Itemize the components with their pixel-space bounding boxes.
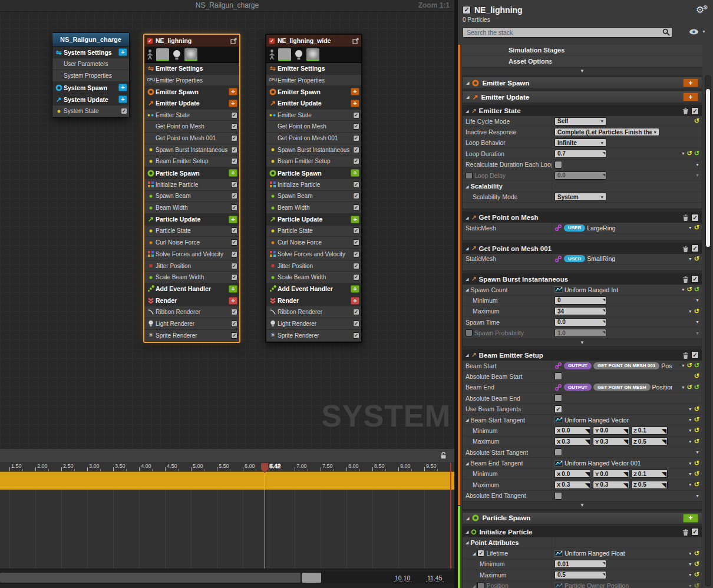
caret-icon[interactable]: ▼ bbox=[695, 163, 699, 167]
trash-icon[interactable] bbox=[682, 107, 689, 114]
caret-icon[interactable]: ▼ bbox=[688, 584, 692, 588]
details-scrollbar[interactable] bbox=[705, 75, 711, 586]
node-row-system-spawn[interactable]: System Spawn+ bbox=[52, 82, 129, 94]
property-enabled-checkbox[interactable] bbox=[466, 172, 473, 179]
open-emitter-icon[interactable] bbox=[230, 38, 237, 44]
caret-icon[interactable]: ▼ bbox=[695, 331, 699, 335]
caret-icon[interactable]: ▼ bbox=[681, 151, 685, 156]
node-row-particle-spawn[interactable]: Particle Spawn+ bbox=[266, 167, 361, 179]
node-row-get-point-on-mesh[interactable]: Get Point on Mesh✓ bbox=[266, 121, 361, 133]
module-enabled-checkbox[interactable]: ✓ bbox=[353, 251, 359, 257]
number-input[interactable]: 0.5◥ bbox=[554, 571, 606, 579]
module-header[interactable]: ◢Initialize Particle✓ bbox=[463, 527, 702, 537]
module-enabled-checkbox[interactable]: ✓ bbox=[231, 181, 237, 188]
node-row-add-event-handler[interactable]: Add Event Handler+ bbox=[266, 283, 361, 295]
node-row-scale-beam-width[interactable]: Scale Beam Width✓ bbox=[144, 272, 239, 283]
node-row-system-state[interactable]: System State✓ bbox=[52, 105, 129, 117]
timeline-scrollbar[interactable] bbox=[0, 572, 454, 584]
add-button[interactable]: + bbox=[118, 95, 127, 103]
node-row-solve-forces-and-velocity[interactable]: Solve Forces and Velocity✓ bbox=[266, 249, 361, 260]
emitter-node-ne-lighning[interactable]: ✓NE_lighning⇋Emitter SettingsCPUEmitter … bbox=[143, 34, 240, 343]
node-row-add-event-handler[interactable]: Add Event Handler+ bbox=[144, 283, 239, 295]
module-header[interactable]: ◢↗Spawn Burst Instantaneous✓ bbox=[463, 274, 702, 285]
node-row-emitter-state[interactable]: Emitter State✓ bbox=[266, 110, 361, 121]
timeline-scrollbar-handle[interactable] bbox=[302, 573, 321, 583]
chart-icon[interactable] bbox=[554, 286, 563, 293]
add-module-button[interactable]: + bbox=[683, 514, 698, 523]
node-row-beam-emitter-setup[interactable]: Beam Emitter Setup✓ bbox=[144, 156, 239, 168]
module-enabled-checkbox[interactable]: ✓ bbox=[231, 332, 237, 339]
reset-y-icon[interactable]: ↺ bbox=[687, 384, 692, 391]
working-range-end-value[interactable]: 11.45 bbox=[426, 574, 444, 582]
vector-input-y[interactable]: Y0.3◥ bbox=[593, 437, 629, 445]
caret-icon[interactable]: ▼ bbox=[688, 461, 692, 465]
node-row-emitter-update[interactable]: ↗Emitter Update+ bbox=[144, 98, 239, 110]
dropdown[interactable]: Self▼ bbox=[554, 117, 606, 125]
module-enabled-checkbox[interactable]: ✓ bbox=[353, 181, 359, 188]
caret-icon[interactable]: ▼ bbox=[688, 440, 692, 444]
property-checkbox[interactable] bbox=[554, 372, 562, 380]
timeline-ruler[interactable]: 1.502.002.503.003.504.004.505.005.506.00… bbox=[0, 462, 454, 471]
reset-y-icon[interactable]: ↺ bbox=[694, 118, 699, 124]
node-row-emitter-state[interactable]: Emitter State✓ bbox=[144, 110, 239, 121]
module-enabled-checkbox[interactable]: ✓ bbox=[231, 274, 237, 280]
expander[interactable]: ▼ bbox=[462, 67, 702, 75]
node-row-particle-spawn[interactable]: Particle Spawn+ bbox=[144, 167, 239, 179]
caret-icon[interactable]: ▼ bbox=[688, 562, 692, 566]
node-row-get-point-on-mesh-001[interactable]: Get Point on Mesh 001✓ bbox=[266, 133, 361, 144]
reset-y-icon[interactable]: ↺ bbox=[694, 583, 699, 588]
stack-item-asset-options[interactable]: Asset Options bbox=[462, 56, 702, 67]
range-end-marker[interactable] bbox=[450, 463, 451, 569]
module-enabled-checkbox[interactable]: ✓ bbox=[353, 274, 359, 280]
expander[interactable]: ▼ bbox=[463, 501, 702, 509]
add-button[interactable]: + bbox=[351, 88, 359, 95]
emitter-enabled-checkbox[interactable]: ✓ bbox=[147, 38, 153, 44]
caret-icon[interactable]: ▼ bbox=[695, 173, 699, 177]
add-button[interactable]: + bbox=[351, 285, 359, 293]
caret-icon[interactable]: ▼ bbox=[688, 257, 692, 261]
vector-input-z[interactable]: Z0.1◥ bbox=[631, 427, 668, 435]
reset-g-icon[interactable]: ↺ bbox=[694, 362, 699, 369]
material-thumbnail-2-icon[interactable] bbox=[184, 48, 197, 61]
tri-icon[interactable]: ◢ bbox=[466, 81, 469, 85]
add-button[interactable]: + bbox=[351, 169, 359, 177]
module-enabled-checkbox[interactable]: ✓ bbox=[691, 245, 699, 252]
node-row-emitter-update[interactable]: ↗Emitter Update+ bbox=[266, 98, 361, 110]
stage-header-particle-spawn[interactable]: ◢Particle Spawn+ bbox=[462, 512, 702, 524]
node-row-emitter-properties[interactable]: CPUEmitter Properties bbox=[144, 75, 239, 87]
node-row-spawn-burst-instantaneous[interactable]: Spawn Burst Instantaneous✓ bbox=[266, 144, 361, 156]
module-enabled-checkbox[interactable]: ✓ bbox=[231, 239, 237, 246]
property-checkbox[interactable]: ✓ bbox=[554, 405, 562, 413]
trash-icon[interactable] bbox=[682, 528, 689, 536]
dropdown[interactable]: Infinite▼ bbox=[554, 138, 606, 147]
node-row-jitter-position[interactable]: Jitter Position✓ bbox=[144, 260, 239, 272]
reset-y-icon[interactable]: ↺ bbox=[687, 286, 692, 293]
reset-g-icon[interactable]: ↺ bbox=[694, 286, 699, 293]
caret-icon[interactable]: ▼ bbox=[688, 309, 692, 313]
stack-item-simulation-stages[interactable]: Simulation Stages bbox=[462, 45, 702, 56]
node-row-scale-beam-width[interactable]: Scale Beam Width✓ bbox=[266, 272, 361, 283]
add-button[interactable]: + bbox=[351, 100, 359, 107]
vector-input-y[interactable]: Y0.3◥ bbox=[593, 481, 629, 489]
add-button[interactable]: + bbox=[229, 100, 237, 107]
tri-icon[interactable]: ◢ bbox=[466, 461, 468, 465]
reset-y-icon[interactable]: ↺ bbox=[694, 373, 699, 379]
vector-input-x[interactable]: X0.0◥ bbox=[554, 470, 591, 478]
chart-icon[interactable] bbox=[554, 460, 563, 467]
tri-icon[interactable]: ◢ bbox=[466, 216, 468, 220]
module-header[interactable]: ◢↗Get Point on Mesh✓ bbox=[463, 212, 702, 223]
tri-icon[interactable]: ◢ bbox=[466, 109, 468, 113]
node-row-emitter-spawn[interactable]: Emitter Spawn+ bbox=[266, 86, 361, 98]
reset-y-icon[interactable]: ↺ bbox=[694, 561, 699, 567]
reset-y-icon[interactable]: ↺ bbox=[694, 471, 699, 477]
module-enabled-checkbox[interactable]: ✓ bbox=[353, 112, 359, 118]
trash-icon[interactable] bbox=[682, 352, 689, 359]
vector-input-x[interactable]: X0.0◥ bbox=[554, 427, 591, 435]
tri-icon[interactable]: ◢ bbox=[466, 530, 468, 534]
property-enabled-checkbox[interactable] bbox=[466, 329, 473, 336]
module-enabled-checkbox[interactable]: ✓ bbox=[353, 135, 359, 141]
reset-y-icon[interactable]: ↺ bbox=[694, 438, 699, 445]
property-checkbox[interactable] bbox=[554, 161, 562, 169]
node-row-light-renderer[interactable]: Light Renderer✓ bbox=[144, 318, 239, 330]
tri-icon[interactable]: ◢ bbox=[473, 551, 476, 556]
